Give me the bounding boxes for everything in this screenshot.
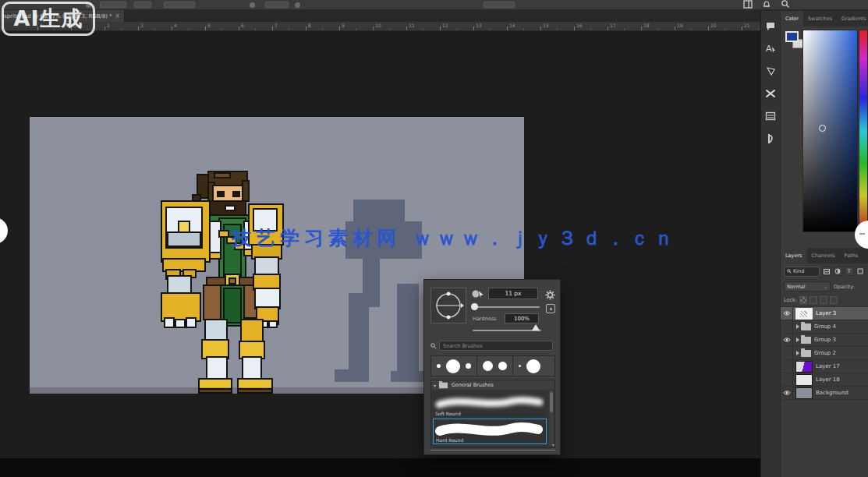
- rotate-view-tool-icon[interactable]: [763, 132, 778, 146]
- layer-thumbnail: [795, 361, 813, 373]
- size-slider-knob[interactable]: [471, 303, 478, 310]
- tab-layers[interactable]: Layers: [781, 248, 807, 263]
- eye-visible-icon[interactable]: [781, 387, 793, 399]
- brush-list: ▾ General Brushes Soft Round Hard Round …: [430, 380, 555, 448]
- lock-position-icon[interactable]: [820, 296, 827, 304]
- bottom-black-strip: [0, 458, 760, 477]
- brush-preset-dot[interactable]: [526, 359, 540, 373]
- ruler-tick: [608, 26, 608, 30]
- blend-mode-select[interactable]: Normal ⌄: [784, 281, 831, 292]
- size-slider[interactable]: [473, 306, 540, 308]
- ruler-tick-label: 6: [241, 23, 244, 28]
- comment-tool-icon[interactable]: [763, 19, 778, 33]
- brush-item-soft-round[interactable]: Soft Round: [433, 391, 547, 417]
- layer-row-layer-18[interactable]: Layer 18: [781, 373, 868, 387]
- ruler-tick-label: 16: [576, 23, 583, 28]
- mode-select[interactable]: [134, 2, 151, 8]
- ruler-minor-tick: [624, 28, 625, 30]
- saturation-brightness-picker[interactable]: [802, 30, 858, 232]
- layer-row-background[interactable]: Background: [781, 387, 868, 400]
- gear-icon[interactable]: [545, 288, 555, 303]
- brush-preset-dot[interactable]: [498, 362, 507, 370]
- brush-preset-dot[interactable]: [437, 364, 441, 368]
- filter-shape-layers-icon[interactable]: [856, 267, 866, 276]
- ruler-minor-tick: [188, 28, 189, 30]
- brush-search-input[interactable]: Search Brushes: [439, 341, 553, 351]
- tab-swatches[interactable]: Swatches: [803, 11, 837, 26]
- flow-field[interactable]: [265, 2, 289, 8]
- brush-group-header[interactable]: ▾ General Brushes: [431, 380, 554, 390]
- pressure-opacity-icon[interactable]: [250, 2, 255, 8]
- bell-icon[interactable]: [761, 0, 772, 9]
- brush-preset-dot[interactable]: [483, 361, 493, 371]
- tab-paths[interactable]: Paths: [840, 248, 863, 263]
- eye-visible-icon[interactable]: [781, 334, 793, 346]
- hardness-slider-knob[interactable]: [532, 324, 540, 330]
- layer-thumbnail: [795, 374, 813, 386]
- layer-row-group-3[interactable]: Group 3: [781, 334, 868, 347]
- artboard-tool-icon[interactable]: [763, 109, 778, 123]
- scroll-caret-icon[interactable]: ▾: [552, 442, 554, 447]
- ruler-tick: [507, 26, 508, 30]
- ruler-tick-label: 10: [375, 23, 381, 28]
- layers-panel-tabs: LayersChannelsPaths: [781, 248, 868, 263]
- brush-angle-control[interactable]: [430, 288, 466, 323]
- layer-row-group-4[interactable]: Group 4: [781, 320, 868, 334]
- lock-row: Lock:: [781, 294, 868, 307]
- layer-row-layer-3[interactable]: Layer 3: [781, 307, 868, 320]
- lock-transparency-icon[interactable]: [799, 296, 807, 304]
- eye-hidden-cell[interactable]: [781, 320, 793, 333]
- group-expand-arrow[interactable]: [796, 337, 799, 342]
- layer-name: Group 3: [814, 337, 836, 343]
- airbrush-icon[interactable]: [295, 2, 300, 8]
- ruler-tick: [239, 26, 239, 30]
- layer-name: Layer 3: [816, 310, 836, 316]
- filter-type-layers-icon[interactable]: T: [845, 267, 854, 276]
- folder-icon: [801, 337, 811, 344]
- layer-row-group-2[interactable]: Group 2: [781, 347, 868, 360]
- ruler-minor-tick: [154, 28, 155, 30]
- hardness-slider[interactable]: [473, 330, 541, 331]
- ruler-tick: [440, 26, 441, 30]
- filter-pixel-layers-icon[interactable]: [822, 267, 831, 276]
- filter-adjustment-layers-icon[interactable]: [834, 267, 843, 276]
- search-icon[interactable]: [780, 0, 791, 9]
- brush-preset-dot[interactable]: [519, 365, 521, 367]
- group-expand-arrow[interactable]: [796, 351, 799, 355]
- hue-slider[interactable]: [859, 30, 868, 232]
- sample-size-icon[interactable]: [546, 304, 555, 313]
- slice-tool-icon[interactable]: [763, 87, 778, 101]
- brush-preset-dot[interactable]: [446, 359, 460, 373]
- lock-all-icon[interactable]: [830, 296, 838, 304]
- eye-hidden-cell[interactable]: [781, 360, 793, 373]
- workspace-icon[interactable]: [742, 0, 753, 9]
- lock-label: Lock:: [784, 297, 797, 303]
- shape-tool-icon[interactable]: [763, 64, 778, 78]
- brush-item-hard-round[interactable]: Hard Round: [433, 419, 547, 444]
- lock-image-icon[interactable]: [810, 296, 817, 304]
- group-expand-arrow[interactable]: [796, 324, 799, 329]
- tab-channels[interactable]: Channels: [807, 248, 840, 263]
- layer-filter-kind[interactable]: Kind: [784, 267, 820, 277]
- color-picker-ring[interactable]: [819, 125, 826, 132]
- brush-size-field[interactable]: 11 px: [488, 288, 538, 299]
- smoothing-field[interactable]: [484, 2, 515, 8]
- brush-preset-dot[interactable]: [466, 363, 471, 369]
- tab-color[interactable]: Color: [781, 11, 803, 26]
- close-tab-icon[interactable]: ×: [115, 12, 120, 19]
- hardness-field[interactable]: 100%: [505, 313, 539, 323]
- eye-hidden-cell[interactable]: [781, 373, 793, 386]
- layer-name: Group 2: [814, 350, 836, 356]
- eye-hidden-cell[interactable]: [781, 347, 793, 359]
- ruler-tick: [742, 26, 742, 30]
- opacity-field[interactable]: [164, 2, 195, 8]
- brush-list-scrollbar[interactable]: [549, 390, 554, 447]
- blend-mode-value: Normal: [787, 284, 806, 290]
- ruler-minor-tick: [557, 28, 558, 30]
- tab-gradients[interactable]: Gradients: [837, 11, 868, 26]
- brush-preset-picker[interactable]: [100, 2, 126, 8]
- eye-visible-icon[interactable]: [781, 307, 793, 320]
- site-watermark: 技艺学习素材网 ｗｗｗ．ｊｙ３ｄ．ｃｎ: [232, 225, 678, 251]
- layer-row-layer-17[interactable]: Layer 17: [781, 360, 868, 373]
- path-select-tool-icon[interactable]: A: [763, 41, 778, 55]
